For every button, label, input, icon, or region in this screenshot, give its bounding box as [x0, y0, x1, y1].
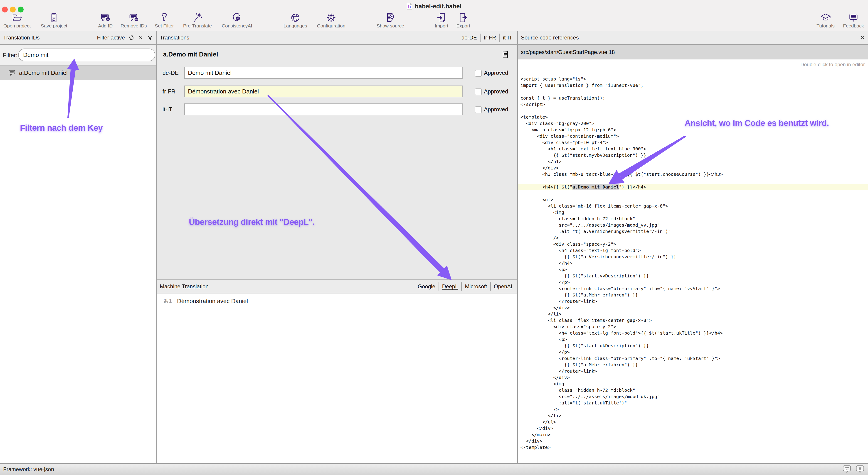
code-line: <h3 class="mb-8 text-blue-900">{{ $t("st… — [518, 171, 868, 177]
code-line: </p> — [518, 279, 868, 285]
approved-checkbox-de-DE[interactable] — [475, 70, 482, 77]
language-tab-fr-FR[interactable]: fr-FR — [480, 34, 499, 42]
language-tab-it-IT[interactable]: it-IT — [499, 34, 516, 42]
code-line: <h4 class="text-lg font-bold"> — [518, 247, 868, 253]
code-line: <p> — [518, 336, 868, 342]
remove-ids-button[interactable]: Remove IDs — [121, 12, 147, 29]
export-button[interactable]: Export — [457, 12, 470, 29]
code-line: class="hidden h-72 md:block" — [518, 215, 868, 222]
set-filter-button[interactable]: Set Filter — [155, 12, 174, 29]
show-source-button[interactable]: Show source — [377, 12, 404, 29]
provider-tab-microsoft[interactable]: Microsoft — [461, 282, 490, 291]
code-line: /> — [518, 406, 868, 412]
document-eye-icon — [385, 12, 396, 23]
code-line: class="hidden h-72 md:block" — [518, 387, 868, 393]
translation-ids-header: Translation IDs Filter active — [0, 31, 156, 45]
approved-label: Approved — [484, 103, 508, 115]
main-area: Translation IDs Filter active Filter: a.… — [0, 31, 868, 463]
filter-active-status: Filter active — [97, 34, 125, 41]
code-line: const { t } = useTranslation(); — [518, 95, 868, 101]
language-tab-de-DE[interactable]: de-DE — [458, 34, 480, 42]
translation-id-list-item[interactable]: a.Demo mit Daniel — [0, 66, 156, 80]
languages-button[interactable]: Languages — [283, 12, 307, 29]
code-line: <router-link class="btn-primary" :to="{ … — [518, 285, 868, 292]
approved-checkbox-fr-FR[interactable] — [475, 89, 482, 95]
provider-tab-openai[interactable]: OpenAI — [490, 282, 516, 291]
shortcut-badge: ⌘1 — [163, 298, 172, 304]
language-label: de-DE — [162, 67, 179, 79]
window-title-area: b babel-edit.babel — [0, 2, 868, 11]
code-line: </h1> — [518, 158, 868, 165]
translation-id-label: a.Demo mit Daniel — [19, 69, 68, 76]
code-line: </div> — [518, 374, 868, 381]
translation-input-fr-FR[interactable] — [184, 86, 463, 97]
machine-translation-body: ⌘1 Démonstration avec Daniel — [157, 294, 517, 463]
translation-input-it-IT[interactable] — [184, 103, 463, 115]
code-line: <p> — [518, 266, 868, 273]
source-references-title: Source code references — [521, 34, 579, 41]
clear-filter-icon[interactable] — [138, 35, 144, 40]
feedback-button[interactable]: Feedback — [843, 12, 864, 29]
machine-translation-suggestion-row[interactable]: ⌘1 Démonstration avec Daniel — [157, 297, 517, 306]
open-project-button[interactable]: Open project — [3, 12, 31, 29]
source-file-path: src/pages/start/GuestStartPage.vue:18 — [521, 49, 615, 55]
code-line: </div> — [518, 165, 868, 171]
configuration-button[interactable]: Configuration — [317, 12, 345, 29]
approved-checkbox-it-IT[interactable] — [475, 106, 482, 113]
speech-bubble-icon — [8, 70, 16, 76]
translation-row-de-DE: de-DE Approved — [157, 67, 517, 79]
gear-icon — [326, 12, 336, 23]
source-file-reference[interactable]: src/pages/start/GuestStartPage.vue:18 — [518, 45, 868, 60]
translations-title: Translations — [160, 34, 189, 41]
machine-translation-title: Machine Translation — [160, 283, 209, 290]
code-line: {{ $t("start.vvDescription") }} — [518, 273, 868, 279]
code-line: <ul> — [518, 197, 868, 203]
code-line: :alt="t('a.Versicherungsvermittler/-in')… — [518, 228, 868, 235]
babeledit-window: { "window": { "title": "babel-edit.babel… — [0, 0, 868, 475]
code-area: <script setup lang="ts">import { useTran… — [518, 70, 868, 463]
code-line: <li class="flex items-center gap-x-8"> — [518, 317, 868, 324]
translation-row-fr-FR: fr-FR Approved — [157, 86, 517, 97]
babel-file-icon: b — [406, 3, 412, 10]
editor-hint-text: Double-click to open in editor — [800, 62, 865, 68]
code-line: :alt="t('start.ukTitle')" — [518, 400, 868, 406]
entry-note-icon[interactable] — [502, 50, 509, 59]
code-line: </li> — [518, 412, 868, 419]
bubble-minus-icon — [128, 12, 139, 23]
code-line: </main> — [518, 432, 868, 438]
code-line: /> — [518, 235, 868, 241]
translations-header: Translations de-DEfr-FRit-IT — [157, 31, 517, 45]
approved-label: Approved — [484, 67, 508, 79]
translation-input-de-DE[interactable] — [184, 67, 463, 79]
provider-tab-google[interactable]: Google — [414, 282, 438, 291]
code-line: <h4>{{ $t("a.Demo mit Daniel") }}</h4> — [518, 184, 868, 190]
import-button[interactable]: Import — [435, 12, 448, 29]
code-line: <h4 class="text-lg font-bold">{{ $t("sta… — [518, 330, 868, 336]
pre-translate-button[interactable]: Pre-Translate — [183, 12, 212, 29]
filter-input[interactable] — [18, 48, 155, 61]
annotation-code-note: Ansicht, wo im Code es benutzt wird. — [685, 118, 829, 128]
code-line: <div class="space-y-2"> — [518, 324, 868, 330]
save-project-button[interactable]: Save project — [41, 12, 67, 29]
feedback-bubble-icon — [848, 12, 859, 23]
source-references-header: Source code references — [518, 31, 868, 45]
code-line: <script setup lang="ts"> — [518, 76, 868, 82]
translation-row-it-IT: it-IT Approved — [157, 103, 517, 115]
brain-check-icon — [232, 12, 242, 23]
sync-bubble-icon[interactable] — [843, 465, 851, 473]
framework-status: Framework: vue-json — [3, 464, 54, 475]
consistency-ai-button[interactable]: ConsistencyAI — [222, 12, 252, 29]
filter-settings-icon[interactable] — [147, 35, 153, 41]
close-panel-icon[interactable] — [860, 35, 865, 40]
code-line: </div> — [518, 425, 868, 432]
add-id-button[interactable]: Add ID — [98, 12, 113, 29]
source-references-panel: Source code references src/pages/start/G… — [517, 31, 868, 463]
code-line: </h4> — [518, 260, 868, 266]
provider-tab-deepl[interactable]: DeepL — [438, 282, 462, 291]
provider-tabs: GoogleDeepLMicrosoftOpenAI — [414, 282, 516, 291]
tutorials-button[interactable]: Tutorials — [816, 12, 835, 29]
refresh-icon[interactable] — [128, 35, 134, 41]
code-line: <div class="pb-10 pt-4"> — [518, 139, 868, 146]
rate-star-bubble-icon[interactable] — [856, 465, 865, 473]
open-folder-icon — [12, 12, 22, 23]
